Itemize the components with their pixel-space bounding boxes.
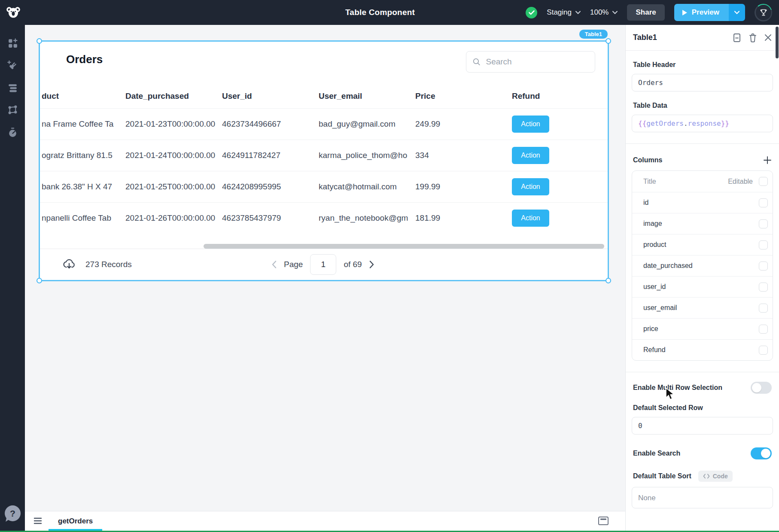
preview-button[interactable]: Preview [674, 4, 729, 21]
panel-scrollbar[interactable] [776, 27, 779, 58]
table-widget[interactable]: Table1 Orders duct Date_purchased User_i… [40, 42, 608, 280]
bottom-bar: getOrders [25, 511, 625, 531]
code-property: response [688, 119, 721, 128]
query-tab-getorders[interactable]: getOrders [49, 511, 102, 531]
preview-split-button[interactable]: Preview [674, 4, 745, 21]
column-item-label: product [643, 241, 759, 249]
add-datasource-icon[interactable] [0, 54, 25, 76]
record-count: 273 Records [85, 260, 132, 269]
table-row[interactable]: ogratz Brittany 81.5 2021-01-24T00:00:00… [40, 140, 608, 171]
cell-price: 334 [415, 151, 512, 160]
close-icon[interactable] [764, 34, 772, 41]
column-editable-checkbox[interactable] [759, 304, 768, 313]
share-button[interactable]: Share [627, 4, 664, 21]
zoom-selector[interactable]: 100% [590, 8, 618, 17]
table-search[interactable] [466, 51, 595, 73]
cell-price: 181.99 [415, 213, 512, 223]
table-row[interactable]: na Frame Coffee Ta 2021-01-23T00:00:00.0… [40, 108, 608, 140]
cell-date-purchased: 2021-01-25T00:00:00.00 [125, 182, 222, 192]
page-label: Page [284, 260, 303, 269]
queries-icon[interactable] [0, 76, 25, 99]
user-avatar[interactable] [755, 4, 772, 21]
help-button[interactable]: ? [5, 505, 21, 521]
table-header-input[interactable] [632, 74, 773, 91]
timer-icon[interactable] [0, 121, 25, 143]
column-item[interactable]: image [632, 213, 773, 234]
table-footer: 273 Records Page of 69 [40, 249, 608, 280]
column-editable-checkbox[interactable] [759, 198, 768, 207]
next-page-button[interactable] [369, 261, 374, 268]
action-button[interactable]: Action [512, 116, 549, 133]
column-header-user-email[interactable]: User_email [319, 91, 415, 101]
code-brace-open: {{ [638, 119, 646, 128]
bottom-panel-toggle-icon[interactable] [598, 516, 609, 528]
column-editable-checkbox[interactable] [759, 219, 768, 228]
delete-icon[interactable] [749, 33, 757, 43]
column-item[interactable]: user_id [632, 276, 773, 297]
resize-handle-se[interactable] [606, 278, 611, 283]
add-column-icon[interactable] [763, 156, 772, 164]
components-icon[interactable] [0, 32, 25, 54]
app-window: Table Component Staging 100% Share Previ… [0, 0, 779, 532]
resize-handle-sw[interactable] [37, 278, 42, 283]
columns-list: Title Editable id image [632, 170, 773, 361]
column-header-user-id[interactable]: User_id [222, 91, 319, 101]
column-item[interactable]: date_purchased [632, 255, 773, 276]
preview-label: Preview [692, 8, 719, 17]
column-item[interactable]: Refund [632, 339, 773, 360]
column-header-price[interactable]: Price [415, 91, 512, 101]
editor-canvas[interactable]: Table1 Orders duct Date_purchased User_i… [25, 25, 625, 531]
table-header-row: duct Date_purchased User_id User_email P… [40, 84, 608, 108]
table-row[interactable]: npanelli Coffee Tab 2021-01-26T00:00:00.… [40, 202, 608, 234]
column-item-label: id [643, 199, 759, 207]
resize-handle-nw[interactable] [37, 38, 42, 44]
search-input[interactable] [486, 57, 589, 67]
column-header-date-purchased[interactable]: Date_purchased [125, 91, 222, 101]
column-editable-checkbox[interactable] [759, 346, 768, 355]
code-toggle-button[interactable]: Code [698, 471, 733, 482]
column-item-label: price [643, 325, 759, 333]
column-item[interactable]: price [632, 318, 773, 339]
download-icon[interactable] [62, 258, 76, 271]
action-button[interactable]: Action [512, 178, 549, 195]
workflow-icon[interactable] [0, 99, 25, 121]
page-number-input[interactable] [310, 254, 336, 275]
action-button[interactable]: Action [512, 210, 549, 227]
pagination: Page of 69 [272, 249, 374, 280]
column-editable-checkbox[interactable] [759, 325, 768, 334]
queries-menu-icon[interactable] [33, 517, 43, 527]
environment-label: Staging [547, 8, 572, 17]
table-row[interactable]: bank 26.38" H X 47 2021-01-25T00:00:00.0… [40, 171, 608, 202]
default-selected-row-input[interactable] [632, 417, 773, 435]
enable-search-toggle[interactable] [751, 447, 772, 459]
column-item[interactable]: id [632, 192, 773, 213]
column-editable-checkbox[interactable] [759, 240, 768, 249]
horizontal-scrollbar[interactable] [204, 244, 604, 249]
preview-options-button[interactable] [729, 4, 745, 21]
column-editable-checkbox[interactable] [759, 283, 768, 292]
trophy-icon [759, 8, 768, 17]
columns-list-header: Title Editable [632, 171, 773, 192]
column-header-product[interactable]: duct [40, 91, 125, 101]
koala-logo-icon[interactable] [6, 6, 21, 19]
resize-handle-ne[interactable] [606, 38, 611, 44]
action-button[interactable]: Action [512, 147, 549, 164]
page-total: of 69 [344, 260, 362, 269]
multi-row-selection-toggle[interactable] [751, 382, 772, 394]
prev-page-button[interactable] [272, 261, 277, 268]
editable-all-checkbox[interactable] [759, 177, 768, 186]
column-item[interactable]: product [632, 234, 773, 255]
divider [626, 372, 779, 372]
page-title: Table Component [318, 8, 442, 17]
column-editable-checkbox[interactable] [759, 261, 768, 271]
column-item[interactable]: user_email [632, 297, 773, 318]
table-data-input[interactable]: {{getOrders.response}} [632, 115, 773, 132]
environment-selector[interactable]: Staging [547, 8, 581, 17]
multi-row-selection-label: Enable Multi Row Selection [633, 384, 751, 392]
duplicate-icon[interactable] [733, 33, 741, 43]
enable-search-label: Enable Search [633, 450, 751, 457]
cell-user-email: ryan_the_notebook@gm [319, 213, 415, 223]
cell-user-id: 4624911782427 [222, 151, 319, 160]
column-header-refund[interactable]: Refund [512, 91, 608, 101]
default-table-sort-input[interactable] [632, 487, 773, 508]
